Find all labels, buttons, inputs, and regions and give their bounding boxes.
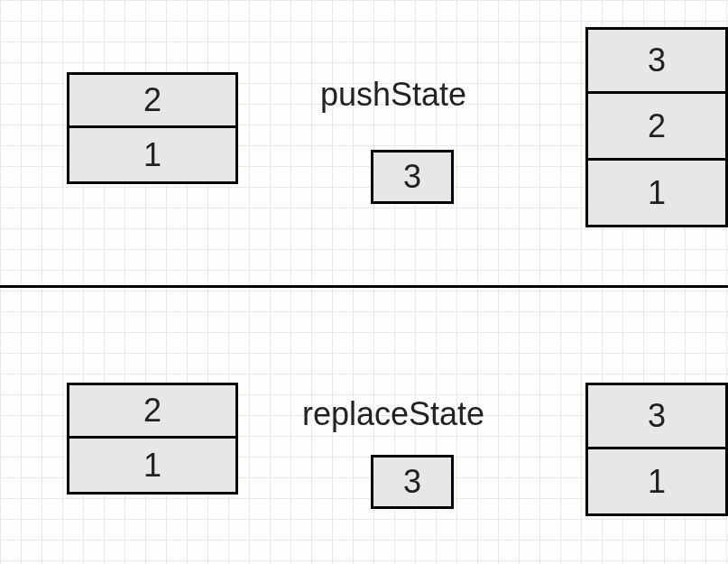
replace-before-stack: 2 1 <box>67 383 238 495</box>
replace-operation-label: replaceState <box>302 395 484 433</box>
stack-cell: 3 <box>585 27 728 94</box>
stack-cell: 1 <box>67 128 238 184</box>
replace-after-stack: 3 1 <box>585 383 728 516</box>
stack-cell: 2 <box>67 383 238 439</box>
stack-cell: 1 <box>67 439 238 495</box>
push-operation-label: pushState <box>320 76 466 114</box>
push-after-stack: 3 2 1 <box>585 27 728 227</box>
stack-cell: 2 <box>67 72 238 128</box>
push-arg-box: 3 <box>371 150 454 204</box>
section-divider <box>0 285 728 288</box>
stack-cell: 1 <box>585 161 728 227</box>
replace-arg-box: 3 <box>371 455 454 509</box>
push-before-stack: 2 1 <box>67 72 238 184</box>
stack-cell: 3 <box>585 383 728 449</box>
stack-cell: 1 <box>585 449 728 516</box>
stack-cell: 2 <box>585 94 728 161</box>
